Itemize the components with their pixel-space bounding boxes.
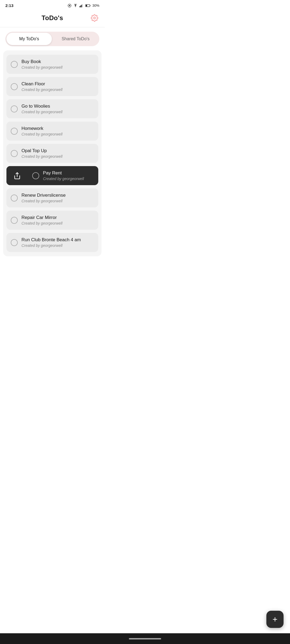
page-title: ToDo's (42, 14, 63, 22)
status-icons: 30% (68, 3, 99, 8)
todo-title: Go to Woolies (21, 104, 63, 109)
todo-title: Pay Rent (43, 170, 84, 176)
tab-shared-todos[interactable]: Shared ToDo's (53, 33, 98, 45)
share-icon (13, 172, 21, 180)
svg-point-1 (69, 5, 70, 6)
todo-title: Renew Driverslicense (21, 193, 66, 198)
svg-rect-3 (80, 5, 81, 7)
battery-icon (85, 4, 91, 7)
todo-item[interactable]: Go to WooliesCreated by georgeorwell (6, 99, 98, 118)
todo-checkbox[interactable] (11, 128, 18, 135)
todo-title: Homework (21, 126, 63, 131)
todo-checkbox[interactable] (32, 172, 39, 179)
todo-subtitle: Created by georgeorwell (21, 243, 81, 248)
todo-item[interactable]: Pay RentCreated by georgeorwell (6, 166, 98, 185)
todo-subtitle: Created by georgeorwell (21, 65, 63, 69)
todo-checkbox[interactable] (11, 61, 18, 68)
todo-checkbox[interactable] (11, 150, 18, 157)
todo-item[interactable]: Run Club Bronte Beach 4 amCreated by geo… (6, 233, 98, 252)
todo-subtitle: Created by georgeorwell (43, 177, 84, 181)
svg-point-9 (94, 17, 96, 19)
tab-switcher: My ToDo's Shared ToDo's (5, 32, 99, 46)
todo-checkbox[interactable] (11, 83, 18, 90)
todo-title: Clean Floor (21, 81, 63, 87)
header: ToDo's (0, 10, 105, 27)
share-area[interactable] (6, 166, 28, 185)
svg-rect-8 (86, 5, 87, 6)
todo-checkbox[interactable] (11, 105, 18, 112)
gear-icon (91, 14, 98, 22)
battery-percent: 30% (92, 3, 99, 8)
todo-subtitle: Created by georgeorwell (21, 221, 63, 225)
svg-rect-5 (82, 4, 83, 7)
todo-item[interactable]: Buy BookCreated by georgeorwell (6, 55, 98, 74)
status-bar: 2:13 30% (0, 0, 105, 10)
todo-subtitle: Created by georgeorwell (21, 199, 66, 203)
todo-list: Buy BookCreated by georgeorwellClean Flo… (3, 50, 102, 256)
todo-subtitle: Created by georgeorwell (21, 132, 63, 136)
header-divider (0, 27, 105, 27)
todo-subtitle: Created by georgeorwell (21, 87, 63, 92)
svg-rect-7 (90, 5, 90, 6)
todo-item[interactable]: Repair Car MirrorCreated by georgeorwell (6, 211, 98, 230)
todo-item[interactable]: Renew DriverslicenseCreated by georgeorw… (6, 188, 98, 207)
settings-button[interactable] (90, 13, 99, 23)
todo-title: Repair Car Mirror (21, 215, 63, 220)
svg-rect-2 (79, 6, 80, 7)
todo-checkbox[interactable] (11, 195, 18, 202)
todo-item[interactable]: HomeworkCreated by georgeorwell (6, 122, 98, 141)
todo-checkbox[interactable] (11, 239, 18, 246)
todo-subtitle: Created by georgeorwell (21, 154, 63, 159)
todo-title: Buy Book (21, 59, 63, 64)
svg-rect-4 (81, 5, 82, 7)
todo-subtitle: Created by georgeorwell (21, 110, 63, 114)
tab-my-todos[interactable]: My ToDo's (6, 33, 52, 45)
status-time: 2:13 (5, 3, 13, 8)
wifi-icon (73, 4, 78, 8)
todo-title: Opal Top Up (21, 148, 63, 153)
todo-checkbox[interactable] (11, 217, 18, 224)
location-icon (68, 4, 71, 8)
todo-item[interactable]: Clean FloorCreated by georgeorwell (6, 77, 98, 96)
todo-title: Run Club Bronte Beach 4 am (21, 237, 81, 243)
signal-icon (79, 4, 84, 8)
todo-item[interactable]: Opal Top UpCreated by georgeorwell (6, 144, 98, 163)
